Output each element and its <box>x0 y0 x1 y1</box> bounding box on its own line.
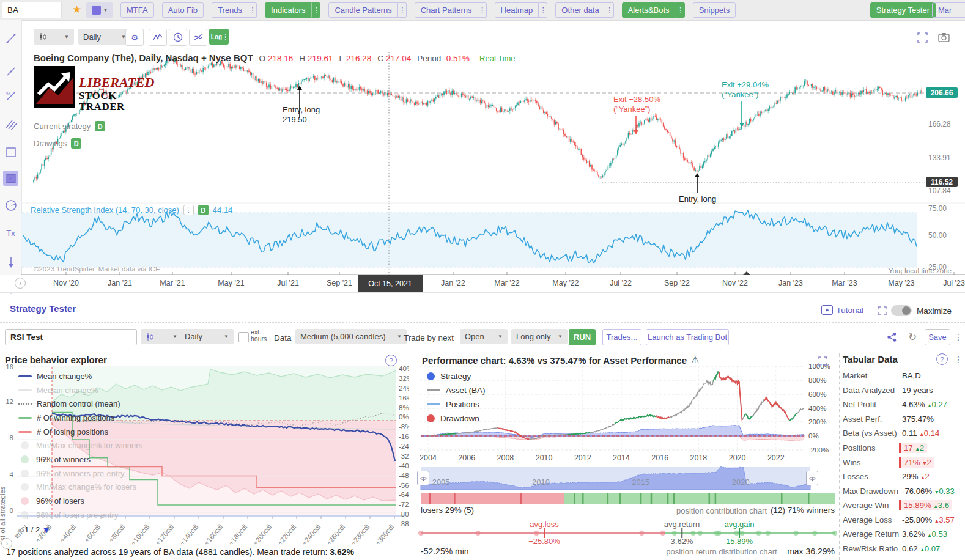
metric-value-group: -76.06%▾0.33 <box>899 486 958 496</box>
tabular-help-icon[interactable]: ? <box>936 353 948 365</box>
legend-item--of-winning-positions[interactable]: # Of winning positions <box>18 411 142 425</box>
toolbar-button-alerts-bots[interactable]: Alerts&Bots <box>622 2 676 18</box>
time-axis[interactable]: › Nov '20Jan '21Mar '21May '21Jul '21Sep… <box>0 275 965 292</box>
launch-trading-bot-button[interactable]: Launch as Trading Bot <box>646 329 729 345</box>
markets-button[interactable]: Mar <box>932 2 965 18</box>
indicator-zigzag-icon[interactable] <box>149 29 167 46</box>
tester-fullscreen-icon[interactable] <box>878 306 887 317</box>
timeframe-dropdown[interactable]: Daily▼ <box>78 29 131 45</box>
refresh-icon[interactable]: ↻ <box>908 331 917 344</box>
trades-button[interactable]: Trades... <box>602 329 641 345</box>
toolbar-menu-icon[interactable]: ⋮ <box>676 2 685 18</box>
toolbar-menu-icon[interactable]: ⋮ <box>248 2 257 18</box>
symbol-input[interactable]: BA <box>2 2 62 18</box>
legend-swatch-icon <box>21 483 29 491</box>
perf-legend-item-strategy[interactable]: Strategy <box>427 369 486 383</box>
legend-item-96-of-winners-pre-entry[interactable]: 96% of winners pre-entry <box>18 466 142 481</box>
losers-summary: losers 29% (5) <box>421 506 474 515</box>
toolbar-button-candle-patterns[interactable]: Candle Patterns <box>328 2 397 18</box>
layer-current-strategy[interactable]: Current strategy D <box>34 121 105 131</box>
chart-type-dropdown[interactable]: ▼ <box>34 29 74 45</box>
snapshot-camera-icon[interactable] <box>938 32 950 44</box>
favorite-star-icon[interactable]: ★ <box>72 3 81 16</box>
warning-icon[interactable]: ⚠ <box>691 355 699 366</box>
legend-item-96-of-losers-pre-entry[interactable]: 96% of losers pre-entry <box>18 508 142 522</box>
explorer-help-icon[interactable]: ? <box>385 355 397 366</box>
legend-swatch-icon <box>21 441 29 449</box>
toolbar-menu-icon[interactable]: ⋮ <box>539 2 547 18</box>
legend-label: # Of winning positions <box>37 413 114 422</box>
strategy-tester-button[interactable]: Strategy Tester <box>870 2 936 18</box>
navigator-right-handle[interactable]: ◁▷ <box>806 471 818 485</box>
legend-item-random-control-mean-[interactable]: Random control (mean) <box>18 397 142 411</box>
svg-text:4: 4 <box>10 471 14 478</box>
toolbar-button-auto-fib[interactable]: Auto Fib <box>162 2 204 18</box>
toolbar-button-other-data[interactable]: Other data <box>555 2 605 18</box>
trade-by-dropdown[interactable]: Open▼ <box>460 329 508 344</box>
timezone-label[interactable]: Your local time zone <box>889 267 952 274</box>
toolbar-button-chart-patterns[interactable]: Chart Patterns <box>415 2 478 18</box>
toolbar-menu-icon[interactable]: ⋮ <box>478 2 487 18</box>
maximize-toggle[interactable] <box>891 305 912 316</box>
clock-icon[interactable] <box>169 29 187 46</box>
legend-item--of-losing-positions[interactable]: # Of losing positions <box>18 425 142 439</box>
rsi-label[interactable]: Relative Strength Index (14, 70, 30, clo… <box>31 205 179 215</box>
rsi-menu-icon[interactable]: ⋮ <box>183 205 194 215</box>
strategy-name-input[interactable]: RSI Test <box>5 329 137 345</box>
metric-value: 3.62% <box>902 529 925 539</box>
color-picker[interactable]: ▼ <box>86 2 113 18</box>
time-axis-label: May '21 <box>218 279 244 287</box>
tester-chart-type-dropdown[interactable]: ▼ <box>141 329 182 344</box>
tutorial-link[interactable]: ▶ Tutorial <box>821 305 863 315</box>
layer-label: Drawings <box>34 139 67 148</box>
layer-label: Current strategy <box>34 122 91 131</box>
legend-swatch-icon <box>21 511 29 519</box>
data-size-dropdown[interactable]: Medium (5,000 candles)▼ <box>295 329 407 344</box>
performance-fullscreen-icon[interactable] <box>818 356 827 367</box>
strategy-curve-icon[interactable] <box>189 29 207 46</box>
perf-legend-item-drawdown[interactable]: Drawdown <box>427 411 486 426</box>
toolbar-button-mtfa[interactable]: MTFA <box>120 2 154 18</box>
toolbar-button-heatmap[interactable]: Heatmap <box>495 2 539 18</box>
toolbar-menu-icon[interactable]: ⋮ <box>605 2 614 18</box>
toolbar-menu-icon[interactable]: ⋮ <box>311 2 320 18</box>
save-menu-icon[interactable]: ⋮ <box>954 332 963 342</box>
metric-label: Average Win <box>843 501 899 510</box>
toolbar-button-indicators[interactable]: Indicators <box>265 2 311 18</box>
page-down-icon[interactable]: ▼ <box>42 525 51 535</box>
page-up-icon[interactable]: ▲ <box>16 526 23 534</box>
direction-dropdown[interactable]: Long only▼ <box>511 329 568 344</box>
toolbar-button-trends[interactable]: Trends <box>212 2 248 18</box>
navigator-left-handle[interactable]: ◁▷ <box>417 471 429 485</box>
legend-item-mean-change-[interactable]: Mean change% <box>18 369 142 383</box>
legend-swatch-icon <box>21 497 29 505</box>
metric-change: ▴0.53 <box>928 529 947 539</box>
svg-text:-24%: -24% <box>399 443 409 450</box>
legend-item-min-max-change-for-winners[interactable]: Min/Max change% for winners <box>18 438 142 452</box>
legend-item-median-change-[interactable]: Median change% <box>18 383 142 397</box>
toolbar-group-indicators: Indicators⋮ <box>265 2 320 18</box>
fullscreen-icon[interactable] <box>917 32 928 45</box>
toolbar-button-snippets[interactable]: Snippets <box>693 2 736 18</box>
legend-item-min-max-change-for-losers[interactable]: Min/Max change% for losers <box>18 481 142 495</box>
strategy-pagination[interactable]: ▲ 1 / 2 ▼ <box>16 525 51 535</box>
metric-change: ▴3.57 <box>935 515 955 525</box>
layer-drawings[interactable]: Drawings D <box>34 138 81 149</box>
tabular-menu-icon[interactable]: ⋮ <box>954 355 963 364</box>
svg-text:12: 12 <box>6 398 13 405</box>
share-icon[interactable] <box>887 332 897 344</box>
tester-timeframe-dropdown[interactable]: Daily▼ <box>180 329 234 344</box>
svg-text:-16%: -16% <box>399 433 409 440</box>
settings-gear-icon[interactable]: ⚙ <box>125 29 144 46</box>
log-scale-button[interactable]: Log┆ <box>209 29 229 45</box>
svg-text:0%: 0% <box>808 432 819 440</box>
perf-legend-item-positions[interactable]: Positions <box>427 397 486 411</box>
toolbar-menu-icon[interactable]: ⋮ <box>398 2 407 18</box>
ext-hours-checkbox[interactable] <box>238 332 249 342</box>
save-button[interactable]: Save <box>925 329 950 345</box>
legend-item-96-of-losers[interactable]: 96% of losers <box>18 494 142 508</box>
legend-item-96-of-winners[interactable]: 96% of winners <box>18 452 142 466</box>
run-button[interactable]: RUN <box>569 329 596 345</box>
axis-expand-icon[interactable]: › <box>15 278 26 289</box>
perf-legend-item-asset-ba-[interactable]: Asset (BA) <box>427 383 486 397</box>
